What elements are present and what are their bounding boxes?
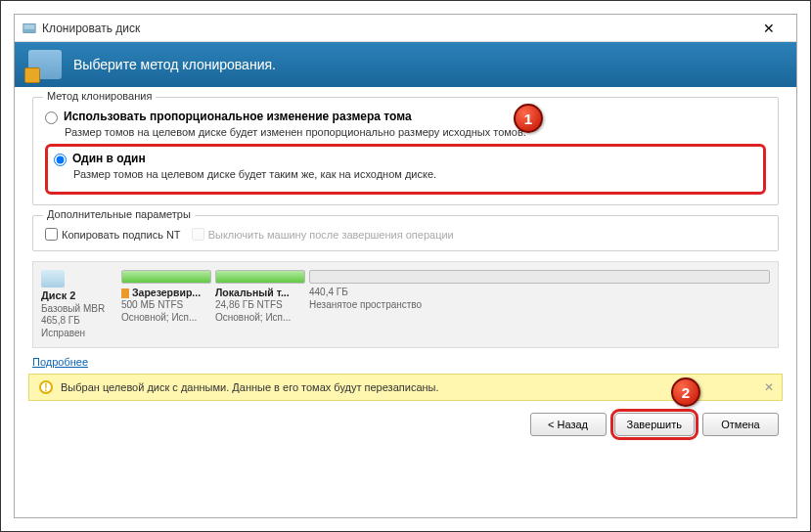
header-band: Выберите метод клонирования. xyxy=(15,42,796,87)
cancel-button[interactable]: Отмена xyxy=(702,413,779,436)
partition-2-name: Локальный т... xyxy=(215,287,305,299)
radio-proportional-label: Использовать пропорциональное изменение … xyxy=(64,110,412,123)
warning-text: Выбран целевой диск с данными. Данные в … xyxy=(61,381,439,393)
partition-3-kind: Незанятое пространство xyxy=(309,299,770,312)
dialog-window: Клонировать диск ✕ Выберите метод клонир… xyxy=(14,14,797,518)
radio-one-to-one-desc: Размер томов на целевом диске будет таки… xyxy=(73,168,757,180)
warning-bar: ! Выбран целевой диск с данными. Данные … xyxy=(28,374,783,401)
disk-type: Базовый MBR xyxy=(41,303,117,316)
warning-icon: ! xyxy=(39,380,53,394)
partition-unallocated[interactable]: 440,4 ГБ Незанятое пространство xyxy=(309,270,770,339)
radio-one-to-one-highlight: Один в один Размер томов на целевом диск… xyxy=(45,144,766,195)
app-icon xyxy=(23,22,36,35)
radio-one-to-one-input[interactable] xyxy=(54,154,67,166)
annotation-marker-2: 2 xyxy=(671,377,700,407)
window-title: Клонировать диск xyxy=(42,22,749,35)
warning-close-icon[interactable]: ✕ xyxy=(764,380,774,394)
disk-icon xyxy=(41,270,65,288)
flag-icon xyxy=(121,288,129,298)
partition-1-kind: Основной; Исп... xyxy=(121,312,211,325)
radio-proportional[interactable]: Использовать пропорциональное изменение … xyxy=(45,110,766,124)
partition-2[interactable]: Локальный т... 24,86 ГБ NTFS Основной; И… xyxy=(215,270,305,339)
partition-2-kind: Основной; Исп... xyxy=(215,312,305,325)
disk-info: Диск 2 Базовый MBR 465,8 ГБ Исправен xyxy=(41,270,117,339)
finish-button[interactable]: Завершить xyxy=(614,413,695,436)
header-text: Выберите метод клонирования. xyxy=(73,57,276,72)
button-row: < Назад Завершить 2 Отмена xyxy=(15,401,796,448)
radio-proportional-input[interactable] xyxy=(45,111,58,124)
checkbox-shutdown xyxy=(192,228,204,241)
checkbox-copy-nt[interactable] xyxy=(45,228,58,241)
partition-3-size: 440,4 ГБ xyxy=(309,287,770,299)
annotation-marker-1: 1 xyxy=(514,104,543,133)
close-button[interactable]: ✕ xyxy=(749,21,788,36)
extra-groupbox: Дополнительные параметры Копировать подп… xyxy=(32,215,779,251)
back-button[interactable]: < Назад xyxy=(530,413,607,436)
method-groupbox: Метод клонирования Использовать пропорци… xyxy=(32,97,779,205)
disk-layout-panel: Диск 2 Базовый MBR 465,8 ГБ Исправен Зар… xyxy=(32,261,779,348)
titlebar: Клонировать диск ✕ xyxy=(15,15,796,42)
method-legend: Метод клонирования xyxy=(43,90,156,102)
more-link[interactable]: Подробнее xyxy=(32,356,88,368)
partition-1-name: Зарезервир... xyxy=(132,287,201,298)
disk-status: Исправен xyxy=(41,328,117,340)
radio-one-to-one-label: Один в один xyxy=(72,152,146,165)
partition-2-size: 24,86 ГБ NTFS xyxy=(215,299,305,312)
partition-1[interactable]: Зарезервир... 500 МБ NTFS Основной; Исп.… xyxy=(121,270,211,339)
extra-legend: Дополнительные параметры xyxy=(43,208,195,220)
checkbox-shutdown-label: Выключить машину после завершения операц… xyxy=(208,229,454,241)
radio-one-to-one[interactable]: Один в один xyxy=(54,152,757,166)
disk-size: 465,8 ГБ xyxy=(41,315,117,328)
disk-name: Диск 2 xyxy=(41,289,117,303)
checkbox-copy-nt-label: Копировать подпись NT xyxy=(62,229,181,241)
radio-proportional-desc: Размер томов на целевом диске будет изме… xyxy=(65,126,766,138)
partition-1-size: 500 МБ NTFS xyxy=(121,299,211,312)
wizard-icon xyxy=(28,50,62,79)
svg-rect-1 xyxy=(23,28,35,32)
